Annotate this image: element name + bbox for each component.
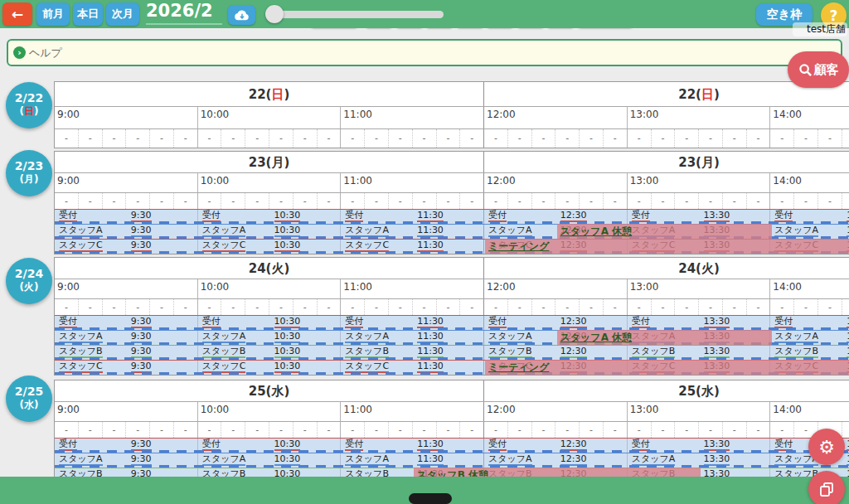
slot-cell[interactable]: -	[675, 299, 699, 315]
slot-cell[interactable]: -	[699, 193, 723, 209]
staff-slot[interactable]: スタッフA10:30	[198, 225, 342, 239]
slot-cell[interactable]: -	[79, 129, 103, 148]
slot-cell[interactable]: -	[269, 193, 294, 209]
slot-cell[interactable]: -	[747, 129, 771, 148]
staff-slot[interactable]: 受付13:30	[628, 210, 771, 224]
staff-slot[interactable]: 受付9:30	[55, 210, 198, 224]
slot-cell[interactable]: -	[103, 422, 127, 438]
slot-cell[interactable]: -	[150, 299, 174, 315]
staff-slot[interactable]: 受付14:30	[770, 316, 849, 330]
cloud-download-button[interactable]	[228, 5, 255, 25]
staff-slot[interactable]: スタッフC11:30	[341, 240, 484, 254]
staff-slot[interactable]: スタッフA10:30	[198, 453, 342, 468]
slot-cell[interactable]: -	[652, 422, 676, 438]
slot-cell[interactable]: -	[103, 299, 127, 315]
slot-cell[interactable]: -	[699, 422, 723, 438]
slot-cell[interactable]: -	[437, 422, 461, 438]
slot-cell[interactable]: -	[365, 422, 389, 438]
slot-cell[interactable]: -	[269, 422, 294, 438]
slot-cell[interactable]: -	[126, 193, 150, 209]
staff-slot[interactable]: スタッフA14:30	[770, 331, 849, 345]
slot-cell[interactable]: -	[365, 129, 389, 148]
staff-slot[interactable]: 受付10:30	[198, 210, 342, 224]
staff-slot[interactable]: スタッフA12:30	[484, 453, 628, 468]
slot-cell[interactable]: -	[103, 193, 127, 209]
slot-cell[interactable]: -	[318, 299, 342, 315]
slot-cell[interactable]: -	[269, 299, 294, 315]
slot-cell[interactable]: -	[675, 129, 699, 148]
slot-cell[interactable]: -	[245, 422, 269, 438]
slot-cell[interactable]: -	[460, 299, 484, 315]
slot-cell[interactable]: -	[818, 193, 842, 209]
slot-cell[interactable]: -	[79, 422, 103, 438]
slot-cell[interactable]: -	[174, 299, 198, 315]
slot-cell[interactable]: -	[652, 299, 676, 315]
slot-cell[interactable]: -	[437, 193, 461, 209]
date-badge[interactable]: 2/25(水)	[6, 376, 52, 422]
slot-cell[interactable]: -	[508, 299, 532, 315]
slot-cell[interactable]: -	[79, 299, 103, 315]
slot-cell[interactable]: -	[245, 193, 269, 209]
slot-cell[interactable]: -	[55, 299, 79, 315]
slot-cell[interactable]: -	[508, 193, 532, 209]
slot-cell[interactable]: -	[484, 422, 508, 438]
slot-cell[interactable]: -	[413, 129, 437, 148]
staff-slot[interactable]: 受付9:30	[55, 316, 198, 330]
slot-cell[interactable]: -	[55, 129, 79, 148]
zoom-slider[interactable]	[267, 11, 444, 18]
date-badge[interactable]: 2/24(火)	[6, 258, 52, 304]
settings-button[interactable]: ⚙	[808, 429, 845, 465]
slot-cell[interactable]: -	[604, 129, 628, 148]
slot-cell[interactable]: -	[484, 129, 508, 148]
slot-cell[interactable]: -	[365, 193, 389, 209]
staff-slot[interactable]: スタッフC10:30	[198, 240, 342, 254]
slot-cell[interactable]: -	[198, 299, 222, 315]
slot-cell[interactable]: -	[245, 299, 269, 315]
slot-cell[interactable]: -	[294, 299, 318, 315]
slot-cell[interactable]: -	[628, 129, 652, 148]
slot-cell[interactable]: -	[532, 129, 556, 148]
slot-cell[interactable]: -	[555, 422, 580, 438]
slot-cell[interactable]: -	[723, 193, 747, 209]
staff-slot[interactable]: 受付12:30	[484, 316, 628, 330]
staff-slot[interactable]: スタッフA9:30	[55, 453, 198, 468]
staff-slot[interactable]: スタッフA13:30	[628, 453, 771, 468]
slot-cell[interactable]: -	[555, 299, 580, 315]
slot-cell[interactable]: -	[842, 299, 849, 315]
slot-cell[interactable]: -	[413, 422, 437, 438]
slot-cell[interactable]: -	[794, 299, 818, 315]
slot-cell[interactable]: -	[341, 129, 365, 148]
slot-cell[interactable]: -	[555, 193, 580, 209]
slot-cell[interactable]: -	[150, 193, 174, 209]
slot-cell[interactable]: -	[437, 129, 461, 148]
schedule-event[interactable]: スタッフA 休憩	[557, 224, 773, 239]
next-month-button[interactable]: 次月	[106, 2, 139, 26]
staff-slot[interactable]: 受付13:30	[628, 316, 771, 330]
slot-cell[interactable]: -	[699, 129, 723, 148]
slot-cell[interactable]: -	[508, 422, 532, 438]
staff-slot[interactable]: スタッフC11:30	[341, 361, 484, 375]
slot-cell[interactable]: -	[221, 129, 245, 148]
slot-cell[interactable]: -	[341, 299, 365, 315]
staff-slot[interactable]: 受付10:30	[198, 439, 342, 453]
slot-cell[interactable]: -	[126, 129, 150, 148]
staff-slot[interactable]: スタッフB12:30	[484, 346, 628, 360]
staff-slot[interactable]: スタッフB13:30	[628, 346, 771, 360]
slot-cell[interactable]: -	[126, 422, 150, 438]
slot-cell[interactable]: -	[508, 129, 532, 148]
staff-slot[interactable]: 受付11:30	[341, 316, 484, 330]
staff-slot[interactable]: スタッフC9:30	[55, 240, 198, 254]
slot-cell[interactable]: -	[604, 422, 628, 438]
slot-cell[interactable]: -	[318, 193, 342, 209]
staff-slot[interactable]: 受付13:30	[628, 439, 771, 453]
schedule-event[interactable]: ミーティング	[485, 360, 849, 375]
slot-cell[interactable]: -	[747, 422, 771, 438]
slot-cell[interactable]: -	[794, 193, 818, 209]
back-button[interactable]: ←	[2, 2, 32, 26]
slot-cell[interactable]: -	[770, 193, 794, 209]
slot-cell[interactable]: -	[532, 299, 556, 315]
slot-cell[interactable]: -	[55, 193, 79, 209]
slot-cell[interactable]: -	[628, 299, 652, 315]
staff-slot[interactable]: 受付12:30	[484, 210, 628, 224]
slot-cell[interactable]: -	[675, 422, 699, 438]
